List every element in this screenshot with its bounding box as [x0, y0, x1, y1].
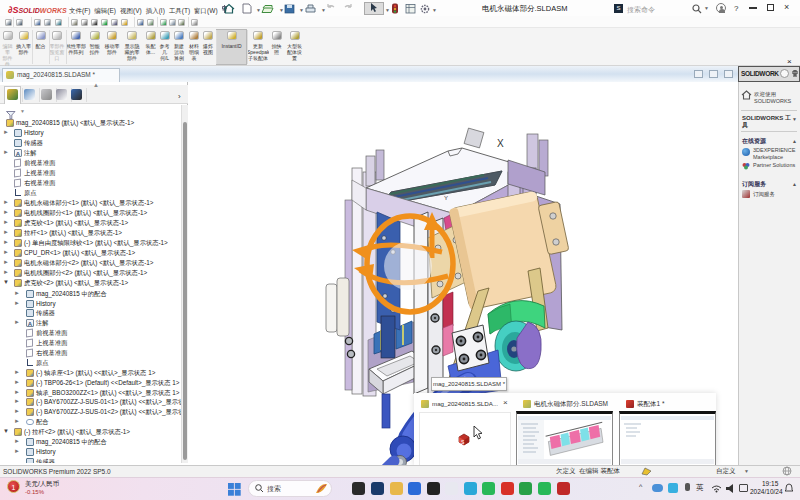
svg-text:Y: Y	[444, 195, 448, 201]
